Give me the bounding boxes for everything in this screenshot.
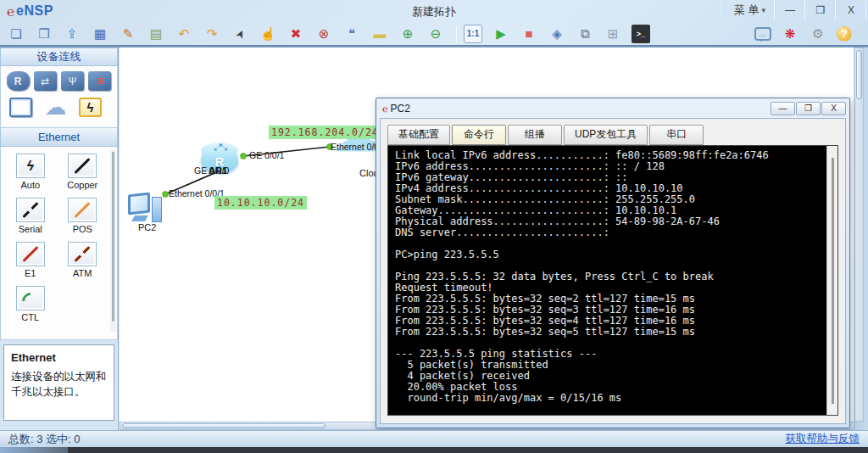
- status-bar: 总数: 3 选中: 0 获取帮助与反馈: [0, 430, 868, 447]
- e1-line-icon: [22, 246, 38, 262]
- delete-icon[interactable]: ✖: [287, 25, 305, 43]
- open-icon[interactable]: ⇪: [63, 25, 81, 43]
- chevron-down-icon: ▾: [761, 6, 765, 14]
- actual-size-icon[interactable]: 1:1: [464, 25, 482, 43]
- conn-e1[interactable]: E1: [4, 242, 57, 278]
- sidebar-section-title: Ethernet: [0, 128, 118, 147]
- atm-line-icon: [75, 246, 91, 262]
- device-sidebar: 设备连线 R ⇄ Ψ ≣ ☁ ϟ Ethernet ϟ Auto Copper …: [0, 48, 119, 430]
- zoom-in-icon[interactable]: ⊕: [398, 25, 417, 43]
- connection-list-scrollbar[interactable]: [110, 150, 116, 332]
- text-box-icon[interactable]: ❝: [342, 25, 361, 43]
- ensp-mini-logo-icon: ℮: [381, 103, 388, 114]
- ctl-curve-icon: [19, 288, 42, 310]
- title-bar: ℮ eNSP 新建拓扑 菜 单▾ — ❐ X: [0, 0, 868, 22]
- net-label-10-10-10[interactable]: 10.10.10.0/24: [214, 196, 307, 210]
- serial-line-icon: [22, 202, 38, 218]
- redo-icon[interactable]: ↷: [203, 25, 221, 43]
- tab-udp-tool[interactable]: UDP发包工具: [564, 125, 648, 145]
- node-label-ar1[interactable]: AR1: [209, 165, 227, 176]
- window-edge: [864, 48, 868, 430]
- new-test-paper-icon[interactable]: ❐: [35, 25, 53, 43]
- conn-auto[interactable]: ϟ Auto: [4, 154, 57, 190]
- conn-serial[interactable]: Serial: [4, 198, 57, 234]
- node-label-pc2[interactable]: PC2: [138, 222, 156, 232]
- main-toolbar: ❏ ❐ ⇪ ▦ ✎ ▤ ↶ ↷ ➤ ☝ ✖ ⊗ ❝ ▬ ⊕ ⊖ 1:1 ▶ ■ …: [0, 22, 868, 45]
- status-count: 总数: 3 选中: 0: [8, 432, 81, 447]
- note-icon[interactable]: ▬: [370, 25, 389, 43]
- capture-icon[interactable]: ◈: [548, 25, 566, 43]
- app-logo-text: eNSP: [16, 3, 53, 19]
- description-title: Ethernet: [11, 350, 107, 366]
- terminal-category-icon[interactable]: [9, 98, 32, 117]
- tab-serial[interactable]: 串口: [649, 125, 704, 145]
- pc2-minimize-button[interactable]: —: [771, 102, 795, 115]
- undo-icon[interactable]: ↶: [175, 25, 193, 43]
- copper-line-icon: [75, 158, 91, 174]
- settings-icon[interactable]: ⚙: [809, 25, 827, 43]
- connections-category-icon[interactable]: ϟ: [79, 98, 102, 117]
- help-icon[interactable]: ?: [837, 26, 852, 42]
- save-as-icon[interactable]: ✎: [119, 25, 137, 43]
- tab-multicast[interactable]: 组播: [508, 125, 562, 145]
- ensp-logo-icon: ℮: [6, 3, 15, 19]
- cli-console-icon[interactable]: >_: [632, 25, 650, 43]
- terminal-output[interactable]: Link local IPv6 address...........: fe80…: [388, 146, 826, 415]
- delete-link-icon[interactable]: ⊗: [314, 25, 333, 43]
- grid-icon[interactable]: ⊞: [604, 25, 622, 43]
- port-label-ge001: GE 0/0/1: [249, 150, 284, 160]
- cloud-category-icon[interactable]: ☁: [44, 98, 67, 117]
- tab-command-line[interactable]: 命令行: [452, 125, 506, 145]
- app-logo: ℮ eNSP: [0, 3, 53, 19]
- tab-basic-config[interactable]: 基础配置: [387, 125, 450, 145]
- selection-description: Ethernet 连接设备的以太网和千兆以太接口。: [3, 344, 114, 421]
- endpoint-dot: [241, 154, 247, 159]
- device-category-grid: R ⇄ Ψ ≣ ☁ ϟ: [0, 66, 118, 128]
- firewall-category-icon[interactable]: ≣: [88, 71, 111, 91]
- net-label-192-168-204[interactable]: 192.168.204.0/24: [269, 126, 381, 139]
- wlan-category-icon[interactable]: Ψ: [61, 71, 84, 91]
- router-category-icon[interactable]: R: [7, 71, 30, 91]
- conn-ctl[interactable]: CTL: [4, 286, 57, 322]
- help-feedback-link[interactable]: 获取帮助与反馈: [786, 432, 860, 446]
- select-icon[interactable]: ➤: [227, 21, 252, 46]
- pc2-window-title: PC2: [391, 103, 410, 115]
- pc2-close-button[interactable]: X: [821, 102, 846, 115]
- pan-icon[interactable]: ☝: [259, 25, 277, 43]
- close-button[interactable]: X: [836, 0, 866, 20]
- sidebar-panel-title: 设备连线: [0, 48, 118, 66]
- lightning-icon: ϟ: [27, 159, 34, 174]
- pc2-tab-bar: 基础配置 命令行 组播 UDP发包工具 串口: [381, 119, 845, 145]
- switch-category-icon[interactable]: ⇄: [34, 71, 57, 91]
- menu-button[interactable]: 菜 单▾: [725, 0, 775, 20]
- start-icon[interactable]: ▶: [492, 25, 510, 43]
- window-title: 新建拓扑: [412, 4, 456, 20]
- taskbar-strip: [0, 447, 868, 453]
- pc2-window[interactable]: ℮ PC2 — ❐ X 基础配置 命令行 组播 UDP发包工具 串口 Link …: [376, 98, 850, 428]
- new-topology-icon[interactable]: ❏: [7, 25, 25, 43]
- maximize-button[interactable]: ❐: [805, 0, 836, 20]
- pc2-maximize-button[interactable]: ❐: [796, 102, 821, 115]
- connection-type-list: ϟ Auto Copper Serial POS E1 ATM CTL: [0, 147, 118, 340]
- minimize-button[interactable]: —: [775, 0, 805, 20]
- zoom-out-icon[interactable]: ⊖: [426, 25, 445, 43]
- topology-view-icon[interactable]: ⧉: [576, 25, 594, 43]
- conn-pos[interactable]: POS: [57, 198, 109, 234]
- save-icon[interactable]: ▦: [91, 25, 109, 43]
- pc2-window-body: 基础配置 命令行 组播 UDP发包工具 串口 Link local IPv6 a…: [380, 118, 846, 424]
- huawei-logo-icon: ❋: [781, 25, 799, 43]
- conn-atm[interactable]: ATM: [57, 242, 109, 278]
- terminal-scrollbar[interactable]: [826, 146, 837, 415]
- stop-icon[interactable]: ■: [520, 25, 538, 43]
- pos-line-icon: [75, 202, 91, 218]
- terminal-panel: Link local IPv6 address...........: fe80…: [387, 145, 838, 416]
- canvas-vertical-scrollbar[interactable]: [854, 48, 864, 422]
- pc2-title-bar[interactable]: ℮ PC2 — ❐ X: [376, 98, 849, 118]
- feedback-icon[interactable]: …: [754, 27, 771, 41]
- description-text: 连接设备的以太网和千兆以太接口。: [11, 371, 107, 398]
- conn-copper[interactable]: Copper: [57, 154, 109, 190]
- toolbar-divider: [456, 25, 457, 42]
- print-icon[interactable]: ▤: [147, 25, 165, 43]
